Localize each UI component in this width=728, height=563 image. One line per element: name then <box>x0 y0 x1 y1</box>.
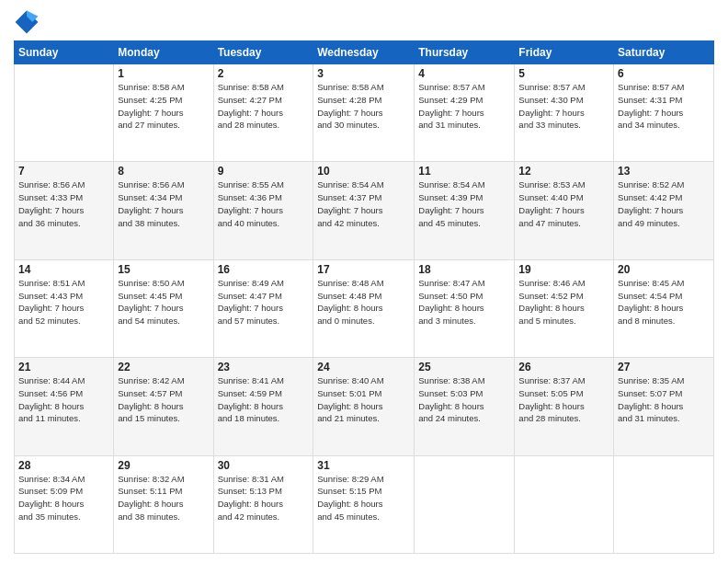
day-number: 16 <box>218 263 310 276</box>
day-number: 17 <box>317 263 410 276</box>
weekday-header-tuesday: Tuesday <box>213 41 313 64</box>
logo <box>14 9 43 35</box>
calendar-cell: 22Sunrise: 8:42 AM Sunset: 4:57 PM Dayli… <box>114 358 213 455</box>
day-number: 10 <box>317 165 410 178</box>
weekday-header-thursday: Thursday <box>415 41 515 64</box>
day-info: Sunrise: 8:58 AM Sunset: 4:25 PM Dayligh… <box>118 81 209 132</box>
day-info: Sunrise: 8:57 AM Sunset: 4:31 PM Dayligh… <box>618 81 710 132</box>
day-info: Sunrise: 8:53 AM Sunset: 4:40 PM Dayligh… <box>518 178 609 229</box>
calendar-cell: 30Sunrise: 8:31 AM Sunset: 5:13 PM Dayli… <box>213 455 313 553</box>
calendar-cell: 15Sunrise: 8:50 AM Sunset: 4:45 PM Dayli… <box>114 259 213 357</box>
day-number: 11 <box>418 165 510 178</box>
day-info: Sunrise: 8:29 AM Sunset: 5:15 PM Dayligh… <box>317 473 410 523</box>
day-info: Sunrise: 8:35 AM Sunset: 5:07 PM Dayligh… <box>618 374 710 425</box>
day-info: Sunrise: 8:45 AM Sunset: 4:54 PM Dayligh… <box>618 277 710 327</box>
day-info: Sunrise: 8:50 AM Sunset: 4:45 PM Dayligh… <box>118 277 209 327</box>
day-info: Sunrise: 8:44 AM Sunset: 4:56 PM Dayligh… <box>18 374 109 425</box>
day-info: Sunrise: 8:40 AM Sunset: 5:01 PM Dayligh… <box>317 374 410 425</box>
day-number: 3 <box>317 67 410 80</box>
day-number: 26 <box>518 361 609 373</box>
day-info: Sunrise: 8:54 AM Sunset: 4:39 PM Dayligh… <box>418 178 510 229</box>
calendar-cell <box>614 455 714 553</box>
calendar-cell: 20Sunrise: 8:45 AM Sunset: 4:54 PM Dayli… <box>614 259 714 357</box>
day-number: 4 <box>418 67 510 80</box>
day-number: 20 <box>618 263 710 276</box>
calendar-week-row: 28Sunrise: 8:34 AM Sunset: 5:09 PM Dayli… <box>15 455 714 553</box>
day-number: 24 <box>317 361 410 373</box>
calendar-cell: 31Sunrise: 8:29 AM Sunset: 5:15 PM Dayli… <box>313 455 415 553</box>
day-info: Sunrise: 8:31 AM Sunset: 5:13 PM Dayligh… <box>218 473 310 523</box>
calendar-cell: 1Sunrise: 8:58 AM Sunset: 4:25 PM Daylig… <box>114 64 213 162</box>
day-info: Sunrise: 8:49 AM Sunset: 4:47 PM Dayligh… <box>218 277 310 327</box>
calendar-week-row: 14Sunrise: 8:51 AM Sunset: 4:43 PM Dayli… <box>15 259 714 357</box>
day-number: 12 <box>518 165 609 178</box>
day-info: Sunrise: 8:41 AM Sunset: 4:59 PM Dayligh… <box>218 374 310 425</box>
calendar-cell <box>15 64 114 162</box>
calendar-cell: 24Sunrise: 8:40 AM Sunset: 5:01 PM Dayli… <box>313 358 415 455</box>
day-info: Sunrise: 8:52 AM Sunset: 4:42 PM Dayligh… <box>618 178 710 229</box>
calendar-cell: 6Sunrise: 8:57 AM Sunset: 4:31 PM Daylig… <box>614 64 714 162</box>
day-info: Sunrise: 8:55 AM Sunset: 4:36 PM Dayligh… <box>218 178 310 229</box>
calendar-cell: 11Sunrise: 8:54 AM Sunset: 4:39 PM Dayli… <box>415 162 515 259</box>
day-info: Sunrise: 8:56 AM Sunset: 4:34 PM Dayligh… <box>118 178 209 229</box>
day-info: Sunrise: 8:46 AM Sunset: 4:52 PM Dayligh… <box>518 277 609 327</box>
day-number: 21 <box>18 361 109 373</box>
weekday-header-sunday: Sunday <box>15 41 114 64</box>
calendar-cell: 16Sunrise: 8:49 AM Sunset: 4:47 PM Dayli… <box>213 259 313 357</box>
calendar-cell: 23Sunrise: 8:41 AM Sunset: 4:59 PM Dayli… <box>213 358 313 455</box>
weekday-header-wednesday: Wednesday <box>313 41 415 64</box>
calendar-cell: 18Sunrise: 8:47 AM Sunset: 4:50 PM Dayli… <box>415 259 515 357</box>
calendar-cell: 25Sunrise: 8:38 AM Sunset: 5:03 PM Dayli… <box>415 358 515 455</box>
calendar-cell: 10Sunrise: 8:54 AM Sunset: 4:37 PM Dayli… <box>313 162 415 259</box>
calendar-cell: 7Sunrise: 8:56 AM Sunset: 4:33 PM Daylig… <box>15 162 114 259</box>
day-info: Sunrise: 8:48 AM Sunset: 4:48 PM Dayligh… <box>317 277 410 327</box>
day-number: 13 <box>618 165 710 178</box>
logo-icon <box>14 9 40 35</box>
day-info: Sunrise: 8:47 AM Sunset: 4:50 PM Dayligh… <box>418 277 510 327</box>
calendar-cell: 12Sunrise: 8:53 AM Sunset: 4:40 PM Dayli… <box>515 162 614 259</box>
day-number: 18 <box>418 263 510 276</box>
weekday-header-monday: Monday <box>114 41 213 64</box>
calendar-cell: 17Sunrise: 8:48 AM Sunset: 4:48 PM Dayli… <box>313 259 415 357</box>
day-info: Sunrise: 8:32 AM Sunset: 5:11 PM Dayligh… <box>118 473 209 523</box>
day-info: Sunrise: 8:34 AM Sunset: 5:09 PM Dayligh… <box>18 473 109 523</box>
day-number: 9 <box>218 165 310 178</box>
day-info: Sunrise: 8:51 AM Sunset: 4:43 PM Dayligh… <box>18 277 109 327</box>
day-number: 5 <box>518 67 609 80</box>
calendar-week-row: 21Sunrise: 8:44 AM Sunset: 4:56 PM Dayli… <box>15 358 714 455</box>
calendar-cell: 8Sunrise: 8:56 AM Sunset: 4:34 PM Daylig… <box>114 162 213 259</box>
day-number: 7 <box>18 165 109 178</box>
day-info: Sunrise: 8:58 AM Sunset: 4:27 PM Dayligh… <box>218 81 310 132</box>
day-info: Sunrise: 8:42 AM Sunset: 4:57 PM Dayligh… <box>118 374 209 425</box>
day-number: 23 <box>218 361 310 373</box>
day-number: 2 <box>218 67 310 80</box>
day-number: 30 <box>218 459 310 472</box>
day-info: Sunrise: 8:57 AM Sunset: 4:30 PM Dayligh… <box>518 81 609 132</box>
day-number: 25 <box>418 361 510 373</box>
calendar-cell: 14Sunrise: 8:51 AM Sunset: 4:43 PM Dayli… <box>15 259 114 357</box>
calendar-cell <box>515 455 614 553</box>
day-info: Sunrise: 8:58 AM Sunset: 4:28 PM Dayligh… <box>317 81 410 132</box>
calendar-cell: 9Sunrise: 8:55 AM Sunset: 4:36 PM Daylig… <box>213 162 313 259</box>
calendar-cell: 19Sunrise: 8:46 AM Sunset: 4:52 PM Dayli… <box>515 259 614 357</box>
calendar-cell: 29Sunrise: 8:32 AM Sunset: 5:11 PM Dayli… <box>114 455 213 553</box>
calendar-cell: 3Sunrise: 8:58 AM Sunset: 4:28 PM Daylig… <box>313 64 415 162</box>
calendar-week-row: 1Sunrise: 8:58 AM Sunset: 4:25 PM Daylig… <box>15 64 714 162</box>
page: SundayMondayTuesdayWednesdayThursdayFrid… <box>0 0 728 563</box>
day-info: Sunrise: 8:57 AM Sunset: 4:29 PM Dayligh… <box>418 81 510 132</box>
header <box>14 9 714 35</box>
day-number: 28 <box>18 459 109 472</box>
calendar-cell: 26Sunrise: 8:37 AM Sunset: 5:05 PM Dayli… <box>515 358 614 455</box>
day-number: 31 <box>317 459 410 472</box>
day-number: 1 <box>118 67 209 80</box>
day-number: 29 <box>118 459 209 472</box>
day-number: 14 <box>18 263 109 276</box>
day-info: Sunrise: 8:56 AM Sunset: 4:33 PM Dayligh… <box>18 178 109 229</box>
day-number: 22 <box>118 361 209 373</box>
day-info: Sunrise: 8:38 AM Sunset: 5:03 PM Dayligh… <box>418 374 510 425</box>
day-number: 15 <box>118 263 209 276</box>
calendar-cell: 13Sunrise: 8:52 AM Sunset: 4:42 PM Dayli… <box>614 162 714 259</box>
calendar-cell: 27Sunrise: 8:35 AM Sunset: 5:07 PM Dayli… <box>614 358 714 455</box>
weekday-header-saturday: Saturday <box>614 41 714 64</box>
calendar-cell: 28Sunrise: 8:34 AM Sunset: 5:09 PM Dayli… <box>15 455 114 553</box>
